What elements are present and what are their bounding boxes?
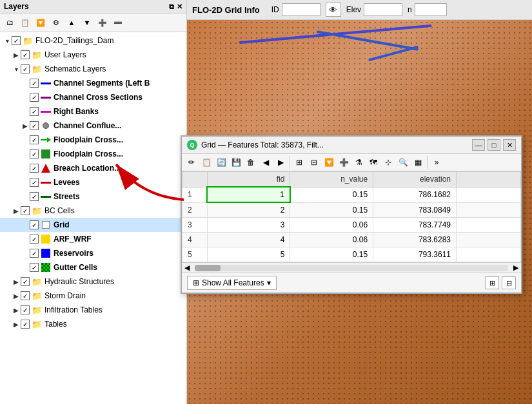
checkbox-schematic-layers[interactable] — [21, 64, 30, 73]
cell-fid-3[interactable]: 3 — [207, 218, 290, 233]
table-row[interactable]: 5 5 0.15 793.3611 — [182, 247, 521, 262]
table-row[interactable]: 1 1 0.15 786.1682 — [182, 187, 521, 202]
tree-item-grid[interactable]: ▶ Grid — [0, 218, 186, 232]
grid-tb-table[interactable]: 📋 — [199, 155, 213, 169]
restore-icon[interactable]: ⧉ — [169, 3, 174, 11]
grid-tb-back[interactable]: ◀ — [259, 155, 273, 169]
grid-tb-more[interactable]: » — [429, 155, 444, 169]
tree-item-channel-cross[interactable]: ▶ Channel Cross Sections — [0, 90, 186, 104]
cell-fid-2[interactable]: 2 — [207, 202, 290, 218]
expand-bc-cells[interactable]: ▶ — [12, 206, 21, 215]
tree-item-streets[interactable]: ▶ Streets — [0, 189, 186, 204]
grid-tb-cols[interactable]: ▦ — [411, 155, 425, 169]
add-btn[interactable]: ➕ — [95, 15, 110, 30]
tree-item-arf-wrf[interactable]: ▶ ARF_WRF — [0, 232, 186, 246]
table-row[interactable]: 4 4 0.06 783.6283 — [182, 233, 521, 247]
expand-arrow[interactable]: ▾ — [3, 36, 12, 45]
checkbox-breach[interactable] — [30, 164, 39, 173]
elev-input[interactable] — [364, 3, 402, 16]
scroll-right-btn[interactable]: ▶ — [511, 264, 521, 272]
close-btn[interactable]: ✕ — [503, 139, 516, 151]
tree-item-levees[interactable]: ▶ Levees — [0, 175, 186, 189]
grid-tb-copy[interactable]: ⊞ — [292, 155, 306, 169]
expand-storm[interactable]: ▶ — [12, 291, 21, 300]
grid-tb-forward[interactable]: ▶ — [273, 155, 288, 169]
grid-tb-plus[interactable]: ➕ — [337, 155, 351, 169]
checkbox-bc-cells[interactable] — [21, 206, 30, 215]
checkbox-reservoirs[interactable] — [30, 249, 39, 258]
tree-item-storm-drain[interactable]: ▶ 📁 Storm Drain — [0, 289, 186, 303]
tree-item-flo2d-root[interactable]: ▾ 📁 FLO-2D_Tailings_Dam — [0, 34, 186, 48]
table-row[interactable]: 2 2 0.15 783.0849 — [182, 202, 521, 218]
checkbox-grid[interactable] — [30, 220, 39, 229]
grid-tb-delete[interactable]: 🗑 — [244, 155, 258, 169]
tree-item-channel-confluence[interactable]: ▶ Channel Conflue... — [0, 119, 186, 133]
checkbox-storm-drain[interactable] — [21, 291, 30, 300]
checkbox-streets[interactable] — [30, 192, 39, 201]
tree-item-channel-segments[interactable]: ▶ Channel Segments (Left B — [0, 76, 186, 90]
settings-btn[interactable]: ⚙ — [49, 15, 63, 30]
cell-fid-1[interactable]: 1 — [207, 187, 290, 202]
table-row[interactable]: 3 3 0.06 783.7749 — [182, 218, 521, 233]
cell-fid-4[interactable]: 4 — [207, 233, 290, 247]
expand-infiltration[interactable]: ▶ — [12, 305, 21, 314]
checkbox-user-layers[interactable] — [21, 50, 30, 59]
cell-fid-5[interactable]: 5 — [207, 247, 290, 262]
expand-hydraulic[interactable]: ▶ — [12, 277, 21, 286]
tree-item-reservoirs[interactable]: ▶ Reservoirs — [0, 246, 186, 260]
maximize-btn[interactable]: □ — [488, 139, 500, 151]
n-input[interactable] — [415, 3, 447, 16]
tree-item-right-banks[interactable]: ▶ Right Banks — [0, 104, 186, 119]
footer-icon-1[interactable]: ⊞ — [485, 276, 499, 289]
checkbox-floodplain2[interactable] — [30, 149, 39, 159]
tree-item-user-layers[interactable]: ▶ 📁 User Layers — [0, 48, 186, 62]
checkbox-infiltration[interactable] — [21, 305, 30, 314]
move-down-btn[interactable]: ▼ — [80, 15, 94, 30]
checkbox-tables[interactable] — [21, 320, 30, 329]
checkbox-floodplain1[interactable] — [30, 135, 39, 144]
expand-arrow-schematic[interactable]: ▾ — [12, 64, 21, 73]
expand-tables[interactable]: ▶ — [12, 320, 21, 329]
expand-channel-conf[interactable]: ▶ — [21, 121, 30, 130]
scroll-left-btn[interactable]: ◀ — [182, 264, 192, 272]
grid-tb-refresh[interactable]: 🔄 — [214, 155, 228, 169]
checkbox-flo2d-root[interactable] — [12, 36, 21, 45]
tree-item-hydraulic[interactable]: ▶ 📁 Hydraulic Structures — [0, 274, 186, 289]
add-group-btn[interactable]: 🗂 — [3, 15, 17, 30]
remove-btn[interactable]: ➖ — [111, 15, 125, 30]
id-input[interactable] — [282, 3, 320, 16]
footer-icon-2[interactable]: ⊟ — [502, 276, 516, 289]
grid-tb-pencil[interactable]: ✏ — [184, 155, 199, 169]
grid-tb-filter[interactable]: 🔽 — [322, 155, 336, 169]
tree-item-tables[interactable]: ▶ 📁 Tables — [0, 317, 186, 331]
tree-item-breach[interactable]: ▶ Breach Location... — [0, 161, 186, 175]
expand-arrow-user[interactable]: ▶ — [12, 50, 21, 59]
checkbox-arf-wrf[interactable] — [30, 235, 39, 244]
checkbox-channel-confluence[interactable] — [30, 121, 39, 130]
checkbox-channel-cross[interactable] — [30, 93, 39, 102]
tree-item-floodplain2[interactable]: ▶ Floodplain Cross... — [0, 147, 186, 161]
grid-tb-funnel[interactable]: ⚗ — [351, 155, 366, 169]
checkbox-right-banks[interactable] — [30, 107, 39, 116]
dropdown-arrow[interactable]: ▾ — [267, 278, 271, 287]
minimize-btn[interactable]: — — [472, 139, 485, 151]
tree-item-bc-cells[interactable]: ▶ 📁 BC Cells — [0, 204, 186, 218]
tree-item-floodplain1[interactable]: ▶ Floodplain Cross... — [0, 133, 186, 147]
grid-scrollbar-horizontal[interactable]: ◀ ▶ — [182, 262, 521, 273]
grid-tb-search[interactable]: 🔍 — [396, 155, 410, 169]
tree-item-schematic-layers[interactable]: ▾ 📁 Schematic Layers — [0, 62, 186, 76]
tree-item-infiltration[interactable]: ▶ 📁 Infiltration Tables — [0, 303, 186, 317]
checkbox-hydraulic[interactable] — [21, 277, 30, 286]
filter-btn[interactable]: 🔽 — [34, 15, 48, 30]
scroll-thumb[interactable] — [195, 265, 221, 271]
grid-tb-save[interactable]: 💾 — [229, 155, 243, 169]
checkbox-gutter-cells[interactable] — [30, 263, 39, 272]
tree-item-gutter-cells[interactable]: ▶ Gutter Cells — [0, 260, 186, 274]
close-layers-icon[interactable]: ✕ — [177, 3, 182, 11]
eye-button[interactable]: 👁 — [326, 3, 341, 17]
move-up-btn[interactable]: ▲ — [64, 15, 79, 30]
grid-tb-map[interactable]: 🗺 — [366, 155, 380, 169]
show-all-features-btn[interactable]: ⊞ Show All Features ▾ — [187, 276, 277, 290]
add-layer-btn[interactable]: 📋 — [18, 15, 32, 30]
checkbox-channel-segments[interactable] — [30, 79, 39, 88]
